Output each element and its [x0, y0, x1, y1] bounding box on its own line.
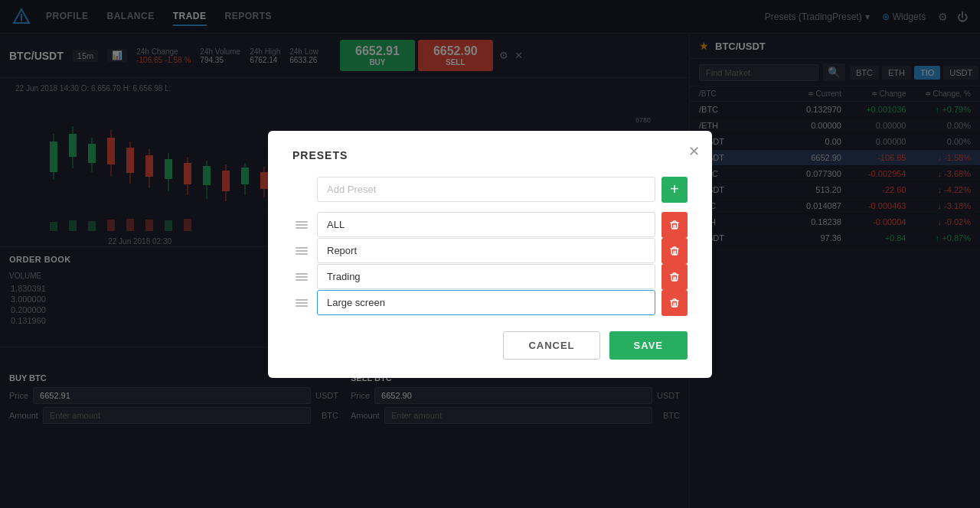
delete-preset-button[interactable] [662, 264, 688, 290]
save-button[interactable]: SAVE [609, 331, 688, 360]
add-preset-row: + [292, 177, 688, 203]
presets-modal: PRESETS ✕ + [268, 131, 712, 378]
preset-row [292, 212, 688, 238]
modal-title: PRESETS [292, 149, 688, 161]
modal-body: + [292, 177, 688, 316]
add-preset-button[interactable]: + [662, 177, 688, 203]
modal-overlay: PRESETS ✕ + [0, 0, 980, 508]
delete-preset-button[interactable] [662, 212, 688, 238]
drag-handle[interactable] [292, 296, 311, 310]
cancel-button[interactable]: CANCEL [503, 331, 599, 360]
preset-row [292, 290, 688, 316]
modal-footer: CANCEL SAVE [292, 331, 688, 360]
add-preset-input[interactable] [317, 177, 655, 202]
preset-name-input[interactable] [317, 212, 655, 237]
delete-preset-button[interactable] [662, 290, 688, 316]
drag-handle[interactable] [292, 244, 311, 258]
preset-name-input[interactable] [317, 238, 655, 263]
modal-close-button[interactable]: ✕ [688, 143, 700, 160]
preset-name-input[interactable] [317, 290, 655, 315]
drag-handle[interactable] [292, 270, 311, 284]
preset-row [292, 238, 688, 264]
preset-row [292, 264, 688, 290]
preset-name-input[interactable] [317, 264, 655, 289]
preset-rows-container [292, 212, 688, 316]
drag-handle[interactable] [292, 218, 311, 232]
delete-preset-button[interactable] [662, 238, 688, 264]
